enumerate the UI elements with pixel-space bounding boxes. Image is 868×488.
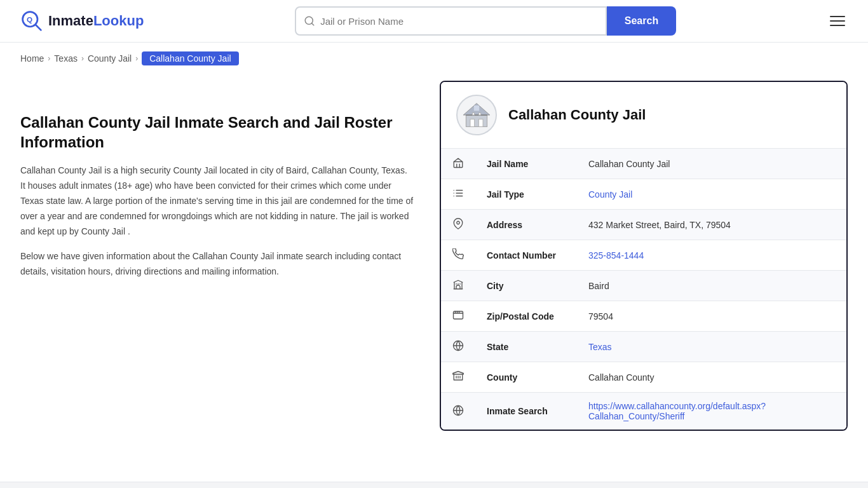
web-icon: [441, 393, 475, 430]
county-icon: [441, 362, 475, 393]
logo-icon: Q: [20, 10, 43, 32]
row-link[interactable]: https://www.callahancounty.org/default.a…: [588, 401, 766, 421]
table-row: StateTexas: [441, 332, 846, 362]
row-label: Contact Number: [475, 240, 577, 271]
table-row: CountyCallahan County: [441, 362, 846, 393]
row-value[interactable]: https://www.callahancounty.org/default.a…: [577, 393, 846, 430]
row-label: Address: [475, 210, 577, 240]
menu-button[interactable]: [827, 13, 848, 29]
location-icon: [441, 210, 475, 240]
info-card-title: Callahan County Jail: [508, 107, 646, 123]
breadcrumb-chevron: ›: [135, 54, 138, 63]
svg-rect-12: [478, 113, 480, 115]
info-card-header: Callahan County Jail: [441, 82, 846, 149]
row-value[interactable]: 325-854-1444: [577, 240, 846, 271]
row-label: Jail Type: [475, 179, 577, 210]
right-panel: Callahan County Jail Jail NameCallahan C…: [440, 74, 848, 431]
hamburger-line: [830, 16, 845, 17]
left-panel: Callahan County Jail Inmate Search and J…: [20, 74, 414, 290]
breadcrumb: Home › Texas › County Jail › Callahan Co…: [0, 43, 868, 74]
logo-text: InmateLookup: [48, 13, 144, 29]
hamburger-line: [830, 20, 845, 22]
row-label: County: [475, 362, 577, 393]
table-row: Jail NameCallahan County Jail: [441, 149, 846, 179]
search-input[interactable]: [320, 16, 598, 27]
svg-rect-11: [472, 113, 474, 115]
row-value: 432 Market Street, Baird, TX, 79504: [577, 210, 846, 240]
search-button[interactable]: Search: [607, 6, 676, 36]
svg-rect-7: [478, 119, 483, 127]
jail-avatar: [456, 95, 497, 135]
state-icon: [441, 332, 475, 362]
breadcrumb-chevron: ›: [81, 54, 84, 63]
row-link[interactable]: County Jail: [588, 189, 632, 200]
svg-point-22: [457, 221, 460, 224]
footer-bar: [0, 482, 868, 488]
row-value[interactable]: County Jail: [577, 179, 846, 210]
description-paragraph-2: Below we have given information about th…: [20, 249, 414, 280]
svg-rect-13: [454, 162, 463, 168]
search-area: Search: [295, 6, 676, 36]
info-table: Jail NameCallahan County JailJail TypeCo…: [441, 149, 846, 430]
table-row: Jail TypeCounty Jail: [441, 179, 846, 210]
jail-building-icon: [461, 99, 492, 131]
svg-text:Q: Q: [27, 15, 32, 24]
row-label: Jail Name: [475, 149, 577, 179]
city-icon: [441, 271, 475, 301]
hamburger-line: [830, 25, 845, 26]
table-row: CityBaird: [441, 271, 846, 301]
row-label: Zip/Postal Code: [475, 301, 577, 332]
breadcrumb-home[interactable]: Home: [20, 53, 44, 64]
table-row: Contact Number325-854-1444: [441, 240, 846, 271]
row-label: State: [475, 332, 577, 362]
zip-icon: [441, 301, 475, 332]
page-heading: Callahan County Jail Inmate Search and J…: [20, 112, 414, 152]
row-link[interactable]: 325-854-1444: [588, 250, 644, 261]
table-row: Zip/Postal Code79504: [441, 301, 846, 332]
jail-icon: [441, 149, 475, 179]
row-label: City: [475, 271, 577, 301]
type-icon: [441, 179, 475, 210]
row-label: Inmate Search: [475, 393, 577, 430]
table-row: Inmate Searchhttps://www.callahancounty.…: [441, 393, 846, 430]
breadcrumb-state[interactable]: Texas: [54, 53, 78, 64]
main-content: Callahan County Jail Inmate Search and J…: [0, 74, 868, 456]
breadcrumb-current: Callahan County Jail: [142, 51, 238, 65]
breadcrumb-category[interactable]: County Jail: [88, 53, 132, 64]
table-row: Address432 Market Street, Baird, TX, 795…: [441, 210, 846, 240]
row-value: Callahan County: [577, 362, 846, 393]
breadcrumb-chevron: ›: [48, 54, 50, 63]
row-link[interactable]: Texas: [588, 342, 612, 352]
row-value[interactable]: Texas: [577, 332, 846, 362]
svg-line-4: [312, 23, 314, 25]
svg-rect-23: [454, 311, 463, 319]
search-box: [295, 6, 607, 36]
row-value: Baird: [577, 271, 846, 301]
phone-icon: [441, 240, 475, 271]
svg-rect-9: [474, 105, 479, 111]
svg-rect-5: [466, 115, 487, 126]
site-header: Q InmateLookup Search: [0, 0, 868, 43]
description-paragraph-1: Callahan County Jail is a high security …: [20, 163, 414, 239]
search-icon: [304, 15, 315, 27]
svg-rect-6: [470, 119, 475, 127]
logo[interactable]: Q InmateLookup: [20, 10, 144, 32]
row-value: Callahan County Jail: [577, 149, 846, 179]
svg-line-2: [36, 25, 41, 30]
row-value: 79504: [577, 301, 846, 332]
info-card: Callahan County Jail Jail NameCallahan C…: [440, 81, 848, 431]
